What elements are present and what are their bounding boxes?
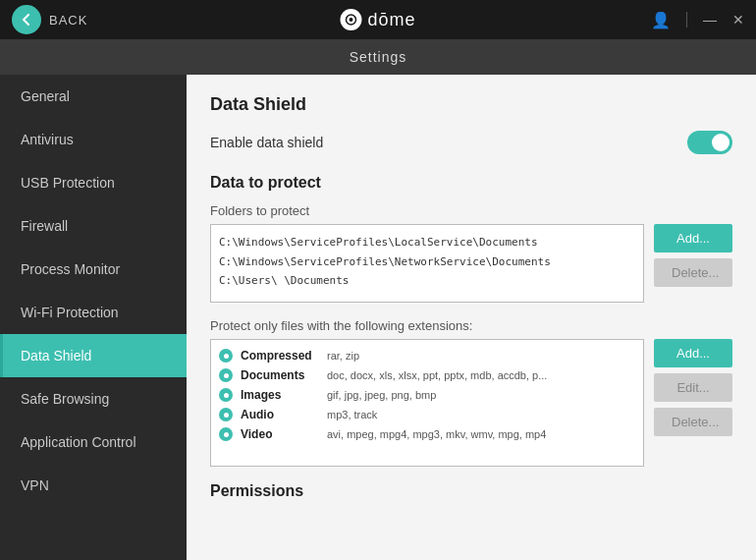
settings-label: Settings bbox=[350, 49, 407, 65]
sidebar-item-antivirus[interactable]: Antivirus bbox=[0, 118, 187, 161]
logo-icon bbox=[340, 9, 361, 30]
titlebar-right: 👤 — ✕ bbox=[651, 11, 744, 29]
enable-label: Enable data shield bbox=[210, 135, 323, 150]
extensions-section: Compressedrar, zipDocumentsdoc, docx, xl… bbox=[210, 339, 732, 467]
list-item[interactable]: Imagesgif, jpg, jpeg, png, bmp bbox=[219, 385, 635, 405]
data-to-protect-title: Data to protect bbox=[210, 174, 732, 192]
sidebar-item-safe-browsing[interactable]: Safe Browsing bbox=[0, 377, 187, 420]
minimize-button[interactable]: — bbox=[703, 12, 717, 28]
main-layout: General Antivirus USB Protection Firewal… bbox=[0, 75, 756, 560]
add-folder-button[interactable]: Add... bbox=[654, 224, 732, 252]
close-button[interactable]: ✕ bbox=[732, 12, 744, 28]
extensions-label: Protect only files with the following ex… bbox=[210, 318, 732, 333]
sidebar-item-wifi-protection[interactable]: Wi-Fi Protection bbox=[0, 291, 187, 334]
sidebar-item-firewall[interactable]: Firewall bbox=[0, 204, 187, 248]
extension-buttons: Add... Edit... Delete... bbox=[654, 339, 732, 467]
enable-row: Enable data shield bbox=[210, 131, 732, 154]
list-item[interactable]: Videoavi, mpeg, mpg4, mpg3, mkv, wmv, mp… bbox=[219, 424, 635, 444]
list-item[interactable]: Documentsdoc, docx, xls, xlsx, ppt, pptx… bbox=[219, 365, 635, 385]
back-button[interactable] bbox=[12, 5, 41, 34]
titlebar-left: BACK bbox=[12, 5, 87, 34]
delete-folder-button[interactable]: Delete... bbox=[654, 258, 732, 287]
titlebar: BACK dōme 👤 — ✕ bbox=[0, 0, 756, 39]
folders-section: C:\Windows\ServiceProfiles\LocalService\… bbox=[210, 224, 732, 303]
list-item[interactable]: Audiomp3, track bbox=[219, 405, 635, 424]
edit-ext-button[interactable]: Edit... bbox=[654, 373, 732, 402]
back-label: BACK bbox=[49, 13, 87, 28]
user-icon[interactable]: 👤 bbox=[651, 11, 671, 29]
sidebar-item-vpn[interactable]: VPN bbox=[0, 464, 187, 507]
folders-label: Folders to protect bbox=[210, 203, 732, 218]
delete-ext-button[interactable]: Delete... bbox=[654, 408, 732, 436]
enable-toggle[interactable] bbox=[687, 131, 732, 154]
settings-bar: Settings bbox=[0, 39, 756, 75]
permissions-title: Permissions bbox=[210, 482, 732, 500]
folder-buttons: Add... Delete... bbox=[654, 224, 732, 303]
add-ext-button[interactable]: Add... bbox=[654, 339, 732, 367]
sidebar-item-application-control[interactable]: Application Control bbox=[0, 420, 187, 464]
sidebar: General Antivirus USB Protection Firewal… bbox=[0, 75, 187, 560]
svg-point-1 bbox=[349, 18, 352, 22]
titlebar-center: dōme bbox=[340, 9, 415, 30]
sidebar-item-usb-protection[interactable]: USB Protection bbox=[0, 161, 187, 204]
sidebar-item-general[interactable]: General bbox=[0, 75, 187, 118]
sidebar-item-data-shield[interactable]: Data Shield bbox=[0, 334, 187, 377]
sidebar-item-process-monitor[interactable]: Process Monitor bbox=[0, 248, 187, 291]
extensions-list[interactable]: Compressedrar, zipDocumentsdoc, docx, xl… bbox=[210, 339, 644, 467]
list-item[interactable]: Compressedrar, zip bbox=[219, 346, 635, 365]
content-panel: Data Shield Enable data shield Data to p… bbox=[187, 75, 756, 560]
folders-list[interactable]: C:\Windows\ServiceProfiles\LocalService\… bbox=[210, 224, 644, 303]
logo-text: dōme bbox=[367, 10, 415, 30]
section-title: Data Shield bbox=[210, 94, 732, 115]
